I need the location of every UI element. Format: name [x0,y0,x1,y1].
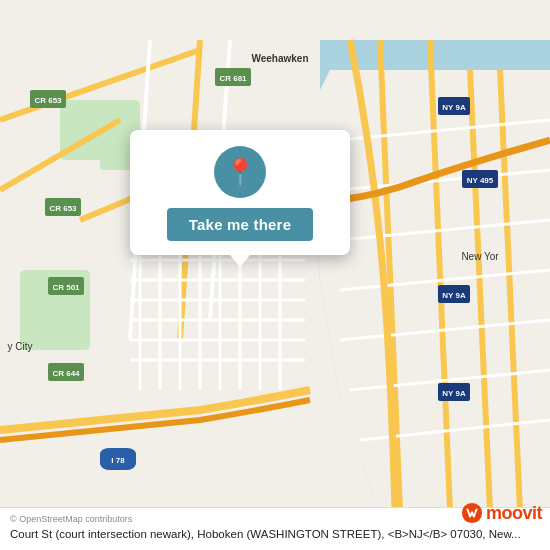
moovit-logo: moovit [461,502,542,524]
svg-text:CR 501: CR 501 [52,283,80,292]
svg-text:y City: y City [8,341,33,352]
svg-text:CR 653: CR 653 [49,204,77,213]
take-me-there-button[interactable]: Take me there [167,208,313,241]
moovit-icon [461,502,483,524]
map-container: CR 653 CR 681 CR 653 CR 501 CR 644 NY 9A… [0,0,550,550]
svg-text:NY 9A: NY 9A [442,389,466,398]
svg-text:I 78: I 78 [111,456,125,465]
location-pin-icon: 📍 [224,159,256,185]
moovit-logo-text: moovit [486,503,542,524]
svg-text:NY 9A: NY 9A [442,103,466,112]
location-description: Court St (court intersection newark), Ho… [10,526,540,542]
map-svg: CR 653 CR 681 CR 653 CR 501 CR 644 NY 9A… [0,0,550,550]
svg-text:CR 653: CR 653 [34,96,62,105]
svg-text:Weehawken: Weehawken [251,53,308,64]
svg-text:CR 681: CR 681 [219,74,247,83]
location-icon-circle: 📍 [214,146,266,198]
svg-text:CR 644: CR 644 [52,369,80,378]
popup-card: 📍 Take me there [130,130,350,255]
svg-text:New Yor: New Yor [461,251,499,262]
svg-text:NY 495: NY 495 [467,176,494,185]
svg-text:NY 9A: NY 9A [442,291,466,300]
